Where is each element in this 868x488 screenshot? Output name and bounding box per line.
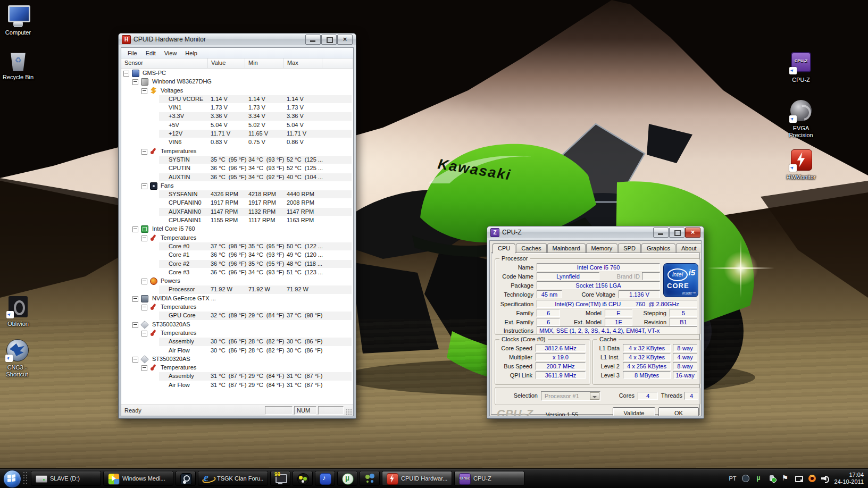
close-button[interactable]: × — [685, 228, 700, 238]
tree-node-row[interactable]: Temperatures — [121, 302, 353, 311]
tab-memory[interactable]: Memory — [586, 243, 618, 253]
sensor-row[interactable]: VIN60.83 V0.75 V0.86 V — [121, 138, 353, 146]
tab-caches[interactable]: Caches — [516, 243, 546, 253]
tree-node-row[interactable]: Temperatures — [121, 329, 353, 337]
sensor-row[interactable]: CPU VCORE1.14 V1.14 V1.14 V — [121, 95, 353, 103]
column-header-value[interactable]: Value — [208, 58, 245, 68]
taskbar-button-cpuid-hwmonitor[interactable]: CPUID Hardwar... — [382, 471, 452, 486]
sensor-row[interactable]: GPU Core32 °C (89 °F)29 °C (84 °F)37 °C … — [121, 311, 353, 319]
tab-about[interactable]: About — [676, 243, 702, 253]
menu-item-help[interactable]: Help — [181, 49, 202, 57]
tree-node-row[interactable]: Temperatures — [121, 233, 353, 242]
taskbar-button-windows-media[interactable]: Windows Medi... — [103, 471, 173, 486]
desktop-icon-hwmonitor[interactable]: HWMonitor — [782, 148, 820, 181]
tree-node-row[interactable]: NVIDIA GeForce GTX ... — [121, 294, 353, 302]
minimize-button[interactable] — [653, 228, 669, 238]
steam-tray-icon[interactable] — [741, 474, 750, 483]
tree-node-row[interactable]: Fans — [121, 181, 353, 190]
maximize-button[interactable] — [321, 35, 337, 45]
column-header-min[interactable]: Min — [245, 58, 284, 68]
column-header-max[interactable]: Max — [284, 58, 322, 68]
expand-collapse-toggle[interactable] — [141, 305, 147, 310]
cpuz-titlebar[interactable]: Z CPU-Z × — [487, 226, 704, 238]
utorrent-tray-icon[interactable] — [755, 474, 763, 483]
hwmonitor-titlebar[interactable]: H CPUID Hardware Monitor × — [119, 33, 356, 45]
sensor-row[interactable]: AUXTIN36 °C (95 °F)34 °C (92 °F)40 °C (1… — [121, 173, 353, 181]
action-center-flag-icon[interactable] — [781, 474, 790, 483]
taskbar-button-counter-99[interactable]: 99 — [270, 471, 290, 486]
taskbar-button-utorrent[interactable] — [337, 471, 357, 486]
sensor-row[interactable]: Air Flow30 °C (86 °F)28 °C (82 °F)30 °C … — [121, 346, 353, 355]
updater-tray-icon[interactable] — [808, 474, 816, 483]
desktop-icon-computer[interactable]: Computer — [0, 3, 37, 36]
tree-node-row[interactable]: Winbond W83627DHG — [121, 77, 353, 86]
column-header-sensor[interactable]: Sensor — [121, 58, 208, 68]
desktop-icon-oblivion[interactable]: Oblivion — [0, 295, 37, 327]
minimize-button[interactable] — [305, 35, 321, 45]
desktop-icon-evga-precision[interactable]: EVGA Precision — [782, 99, 820, 139]
sensor-row[interactable]: SYSTIN35 °C (95 °F)34 °C (93 °F)52 °C (1… — [121, 155, 353, 164]
tree-node-row[interactable]: Temperatures — [121, 363, 353, 372]
expand-collapse-toggle[interactable] — [141, 279, 147, 284]
taskbar-button-round-player[interactable] — [293, 471, 313, 486]
sensor-row[interactable]: +3.3V3.36 V3.34 V3.36 V — [121, 112, 353, 120]
sensor-row[interactable]: Assembly30 °C (86 °F)28 °C (82 °F)30 °C … — [121, 337, 353, 346]
taskbar-button-music-app[interactable] — [315, 471, 335, 486]
sensor-row[interactable]: Air Flow31 °C (87 °F)29 °C (84 °F)31 °C … — [121, 381, 353, 388]
expand-collapse-toggle[interactable] — [132, 322, 138, 328]
chevron-down-icon[interactable] — [590, 392, 599, 400]
tab-mainboard[interactable]: Mainboard — [547, 243, 586, 253]
taskbar-button-slave-d[interactable]: SLAVE (D:) — [31, 471, 101, 486]
validate-button[interactable]: Validate — [613, 407, 655, 416]
ok-button[interactable]: OK — [658, 407, 699, 416]
menu-item-view[interactable]: View — [160, 49, 181, 57]
sensor-row[interactable]: Processor71.92 W71.92 W71.92 W — [121, 285, 353, 293]
desktop-icon-cpuz[interactable]: CPU-Z — [782, 51, 820, 83]
tree-node-row[interactable]: Powers — [121, 276, 353, 285]
tab-cpu[interactable]: CPU — [493, 243, 515, 254]
sensor-row[interactable]: Core #236 °C (96 °F)35 °C (95 °F)48 °C (… — [121, 259, 353, 268]
menu-item-edit[interactable]: Edit — [141, 49, 160, 57]
language-indicator[interactable]: PT — [729, 475, 736, 482]
tree-node-row[interactable]: Intel Core i5 760 — [121, 224, 353, 233]
sensor-row[interactable]: CPUTIN36 °C (96 °F)34 °C (93 °F)52 °C (1… — [121, 164, 353, 172]
tab-spd[interactable]: SPD — [618, 243, 641, 253]
processor-select-dropdown[interactable]: Processor #1 — [541, 391, 600, 401]
column-header-blank[interactable] — [322, 58, 353, 68]
expand-collapse-toggle[interactable] — [141, 235, 147, 241]
sensor-row[interactable]: SYSFANIN4326 RPM4218 RPM4440 RPM — [121, 190, 353, 198]
sensor-row[interactable]: AUXFANIN01147 RPM1132 RPM1147 RPM — [121, 207, 353, 216]
sensor-row[interactable]: Core #336 °C (96 °F)34 °C (93 °F)51 °C (… — [121, 268, 353, 276]
volume-icon[interactable] — [821, 474, 830, 483]
start-button[interactable] — [2, 469, 21, 488]
expand-collapse-toggle[interactable] — [141, 149, 147, 155]
resize-grip[interactable] — [345, 408, 352, 415]
sensor-row[interactable]: Assembly31 °C (87 °F)29 °C (84 °F)31 °C … — [121, 372, 353, 380]
menu-item-file[interactable]: File — [123, 49, 141, 57]
taskbar-button-steam[interactable] — [176, 471, 196, 486]
expand-collapse-toggle[interactable] — [132, 296, 138, 302]
taskbar-button-messenger[interactable] — [360, 471, 380, 486]
tab-graphics[interactable]: Graphics — [641, 243, 675, 253]
tree-node-row[interactable]: Voltages — [121, 86, 353, 95]
expand-collapse-toggle[interactable] — [132, 357, 138, 363]
expand-collapse-toggle[interactable] — [123, 71, 129, 77]
expand-collapse-toggle[interactable] — [141, 183, 147, 189]
sensor-row[interactable]: Core #037 °C (98 °F)35 °C (95 °F)50 °C (… — [121, 242, 353, 250]
sensor-row[interactable]: +12V11.71 V11.65 V11.71 V — [121, 129, 353, 138]
tree-node-row[interactable]: GMS-PC — [121, 69, 353, 77]
sensor-row[interactable]: CPUFANIN01917 RPM1917 RPM2008 RPM — [121, 198, 353, 207]
sensor-row[interactable]: VIN11.73 V1.73 V1.73 V — [121, 103, 353, 112]
sensor-row[interactable]: +5V5.04 V5.02 V5.04 V — [121, 121, 353, 129]
sensor-row[interactable]: Core #136 °C (96 °F)34 °C (93 °F)49 °C (… — [121, 250, 353, 259]
taskbar-button-tsgk-forum[interactable]: TSGK Clan Foru... — [198, 471, 268, 486]
expand-collapse-toggle[interactable] — [141, 88, 147, 94]
taskbar-button-cpu-z[interactable]: CPU-Z — [454, 471, 524, 486]
desktop-icon-cnc3-shortcut[interactable]: CNC3 - Shortcut — [0, 338, 36, 378]
clock[interactable]: 17:04 24-10-2011 — [834, 472, 864, 485]
tree-node-row[interactable]: ST3500320AS — [121, 320, 353, 329]
maximize-button[interactable] — [669, 228, 685, 238]
close-button[interactable]: × — [337, 35, 353, 45]
network-icon[interactable] — [795, 474, 803, 483]
expand-collapse-toggle[interactable] — [141, 331, 147, 336]
